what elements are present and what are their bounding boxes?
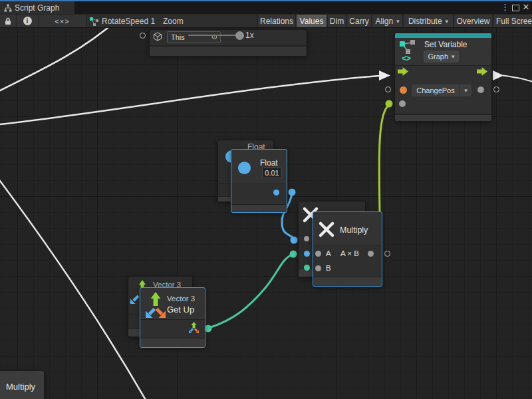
lock-icon — [5, 17, 11, 25]
script-graph-window: Float Vector 3 This ⊙ — [0, 0, 532, 399]
variable-scope-value: Graph — [428, 53, 448, 61]
float-value: 0.01 — [265, 169, 279, 177]
node-footer — [395, 114, 491, 121]
vector3-icon — [144, 291, 168, 319]
get-up-node[interactable]: Vector 3 Get Up — [140, 287, 205, 348]
graph-toolbar: i <×> RotateSpeed 1 Zoom 1x Relations Va… — [0, 14, 532, 28]
variable-name-dropdown[interactable]: ChangePos — [412, 84, 460, 96]
object-picker-icon[interactable]: ⊙ — [211, 33, 217, 41]
info-icon: i — [23, 17, 32, 25]
multiply-node-corner[interactable]: Multiply — [0, 370, 45, 399]
toolbar-button-dim[interactable]: Dim — [328, 15, 346, 27]
dropdown-arrow-icon: ▾ — [464, 87, 467, 94]
input-b-label: B — [326, 264, 331, 272]
variable-input-port[interactable] — [400, 86, 407, 94]
button-label: Align — [375, 17, 393, 26]
node-footer — [140, 338, 205, 347]
toolbar-button-full-screen[interactable]: Full Screen — [493, 15, 532, 27]
toolbar-button-relations[interactable]: Relations — [258, 15, 295, 27]
button-label: Overview — [456, 17, 489, 26]
window-menu-icon[interactable]: ⋮ — [501, 1, 509, 14]
vector3-downleft-arrow-icon — [130, 294, 140, 305]
float-node[interactable]: Float 0.01 — [231, 149, 287, 213]
toolbar-button-overview[interactable]: Overview — [454, 15, 492, 27]
zoom-slider-handle[interactable] — [235, 31, 244, 40]
dropdown-arrow-icon: ▾ — [446, 18, 449, 25]
vector3-output-icon — [188, 321, 200, 334]
title-bar: Script Graph ⋮ ✕ — [0, 0, 532, 14]
window-close-icon[interactable]: ✕ — [521, 1, 531, 14]
variable-scope-dropdown[interactable]: Graph ▾ — [424, 51, 459, 63]
button-label: Full Screen — [496, 17, 532, 26]
node-title: Set Variable — [424, 40, 467, 49]
variable-output-port[interactable] — [477, 86, 484, 93]
dropdown-arrow-icon: ▾ — [452, 53, 455, 60]
window-maximize-icon[interactable] — [512, 5, 519, 11]
set-variable-left-ring[interactable] — [385, 86, 391, 92]
node-subtitle: Get Up — [167, 305, 194, 315]
variable-name-dropdown-arrow[interactable]: ▾ — [460, 84, 471, 96]
graph-tab-icon — [4, 4, 12, 12]
focus-indicator-line — [0, 0, 532, 1]
control-output-port[interactable] — [477, 67, 487, 76]
this-node[interactable]: This ⊙ — [149, 29, 307, 57]
graph-asset-icon — [90, 17, 99, 26]
control-input-port[interactable] — [398, 67, 408, 76]
input-a-label: A — [326, 249, 331, 257]
graph-breadcrumb[interactable]: RotateSpeed 1 — [102, 17, 155, 26]
code-view-button[interactable]: <×> — [39, 15, 86, 27]
info-button[interactable]: i — [17, 15, 38, 27]
toolbar-button-carry[interactable]: Carry — [347, 15, 371, 27]
zoom-slider-track[interactable] — [188, 35, 237, 36]
gameobject-field-value: This — [171, 33, 185, 41]
node-footer — [313, 277, 382, 285]
node-footer — [150, 46, 307, 56]
tab-label: Script Graph — [15, 3, 59, 13]
variable-kind-bar — [395, 33, 491, 38]
toolbar-button-distribute[interactable]: Distribute ▾ — [404, 15, 453, 27]
set-variable-node[interactable]: <> Set Variable Graph ▾ ChangePos ▾ — [394, 33, 492, 122]
dropdown-arrow-icon: ▾ — [396, 18, 400, 25]
graph-brackets-icon: <> — [402, 53, 410, 63]
tab-script-graph[interactable]: Script Graph — [0, 1, 74, 14]
back-multiply-a-port[interactable] — [304, 236, 309, 241]
node-title: Multiply — [340, 225, 368, 235]
float-output-port[interactable] — [273, 190, 279, 196]
back-multiply-blue-port[interactable] — [304, 251, 310, 257]
code-icon: <×> — [55, 17, 69, 25]
gameobject-field[interactable]: This ⊙ — [167, 31, 221, 43]
this-unconnected-ring[interactable] — [140, 33, 146, 39]
multiply-result-port[interactable] — [368, 251, 374, 257]
set-variable-right-ring[interactable] — [493, 86, 499, 92]
node-footer — [231, 204, 287, 211]
gameobject-cube-icon — [153, 32, 162, 41]
node-title: Float — [260, 158, 278, 168]
toolbar-button-values[interactable]: Values — [297, 15, 327, 27]
lock-button[interactable] — [0, 15, 16, 27]
button-label: Distribute — [408, 17, 442, 26]
graph-info-section: RotateSpeed 1 Zoom — [86, 15, 257, 27]
back-multiply-teal-port[interactable] — [304, 265, 310, 271]
float-value-field[interactable]: 0.01 — [262, 168, 282, 178]
button-label: Relations — [260, 17, 293, 26]
value-input-port[interactable] — [399, 100, 406, 107]
button-label: Values — [300, 17, 324, 26]
zoom-value: 1x — [245, 31, 254, 40]
variable-name-value: ChangePos — [416, 86, 455, 94]
toolbar-button-align[interactable]: Align ▾ — [372, 15, 402, 27]
float-icon — [238, 162, 251, 174]
multiply-a-port[interactable] — [315, 251, 321, 257]
button-label: Dim — [330, 17, 344, 26]
zoom-label: Zoom — [163, 17, 184, 26]
node-title: Vector 3 — [167, 295, 195, 303]
node-title: Multiply — [6, 382, 35, 392]
multiply-b-port[interactable] — [315, 265, 321, 271]
multiply-node[interactable]: Multiply A A × B B — [313, 211, 382, 287]
multiply-icon — [318, 219, 335, 239]
button-label: Carry — [349, 17, 368, 26]
multiply-right-ring[interactable] — [384, 251, 390, 257]
output-label: A × B — [340, 249, 359, 257]
